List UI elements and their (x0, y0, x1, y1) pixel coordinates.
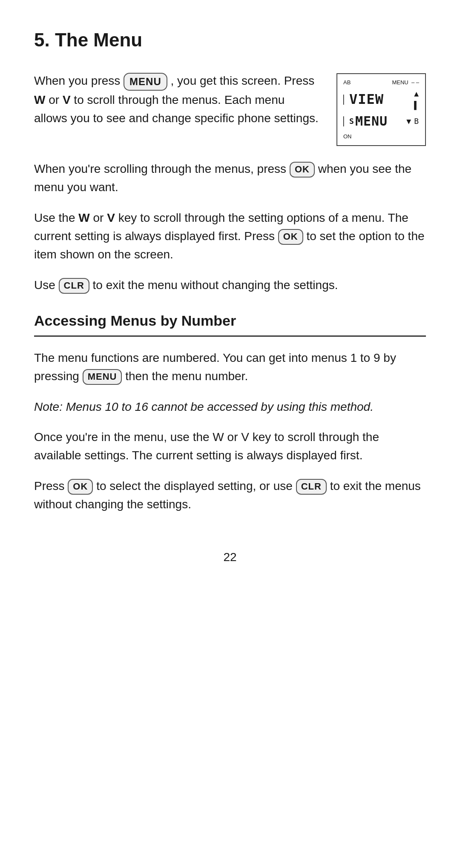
v-key-label-1: V (63, 93, 71, 106)
w-key-label-1: W (34, 93, 45, 106)
intro-before-menu: When you press (34, 74, 124, 87)
s2-para3-mid: to select the displayed setting, or use (93, 479, 296, 493)
s2-para3-before: Press (34, 479, 68, 493)
ok-key-2: OK (278, 229, 303, 245)
screen-view-text: VIEW (349, 89, 384, 110)
ok-key-3: OK (68, 479, 93, 495)
section2-para2: Once you're in the menu, use the W or V … (34, 428, 426, 465)
ok-key-1: OK (290, 162, 315, 178)
screen-vert-bar-1: ▏ (343, 93, 348, 106)
screen-menu-row: ▏ S MENU ▼ B (343, 112, 419, 132)
screen-right-icons: ▲ ▌ (414, 88, 419, 112)
intro-block: When you press MENU , you get this scree… (34, 72, 426, 146)
screen-diagram: AB MENU – – ▏ VIEW ▲ ▌ ▏ S MENU ▼ B ON (336, 73, 426, 146)
intro-text: When you press MENU , you get this scree… (34, 72, 319, 127)
section2-para1: The menu functions are numbered. You can… (34, 349, 426, 386)
w-key-label-2: W (78, 211, 89, 224)
screen-on-row: ON (343, 132, 419, 141)
section2-heading: Accessing Menus by Number (34, 309, 426, 332)
screen-ab: AB (343, 78, 351, 87)
screen-on-label: ON (343, 133, 352, 140)
section2-para3: Press OK to select the displayed setting… (34, 477, 426, 514)
section2-heading-block: Accessing Menus by Number (34, 309, 426, 337)
screen-bottom-right: ▼ B (406, 115, 419, 127)
para4-after: to exit the menu without changing the se… (89, 278, 338, 292)
page-title: 5. The Menu (34, 26, 426, 54)
intro-rest: to scroll through the menus. Each menu a… (34, 93, 319, 125)
screen-top-row: AB MENU – – (343, 78, 419, 87)
para-wv-ok: Use the W or V key to scroll through the… (34, 209, 426, 264)
screen-view-row: ▏ VIEW ▲ ▌ (343, 88, 419, 112)
para2-before: When you're scrolling through the menus,… (34, 162, 290, 175)
para-scrolling-ok: When you're scrolling through the menus,… (34, 160, 426, 197)
screen-menu-label: MENU – – (392, 78, 419, 87)
para3-mid1: or (90, 211, 107, 224)
s2-para1-after: then the menu number. (122, 370, 248, 383)
menu-key-2: MENU (83, 369, 122, 385)
para4-before: Use (34, 278, 59, 292)
para3-before: Use the (34, 211, 78, 224)
screen-vert-bar-2: ▏ (343, 115, 348, 128)
section2-note: Note: Menus 10 to 16 cannot be accessed … (34, 398, 426, 416)
section-divider (34, 335, 426, 337)
clr-key-2: CLR (296, 479, 327, 495)
screen-s-label: S (349, 115, 354, 127)
intro-after-menu: , you get this screen. Press (167, 74, 315, 87)
para-clr: Use CLR to exit the menu without changin… (34, 276, 426, 294)
v-key-label-2: V (107, 211, 115, 224)
menu-key-1: MENU (124, 73, 167, 91)
page-number: 22 (34, 548, 426, 566)
clr-key-1: CLR (59, 278, 89, 294)
screen-menu-text: MENU (355, 112, 388, 132)
or-1: or (45, 93, 62, 106)
